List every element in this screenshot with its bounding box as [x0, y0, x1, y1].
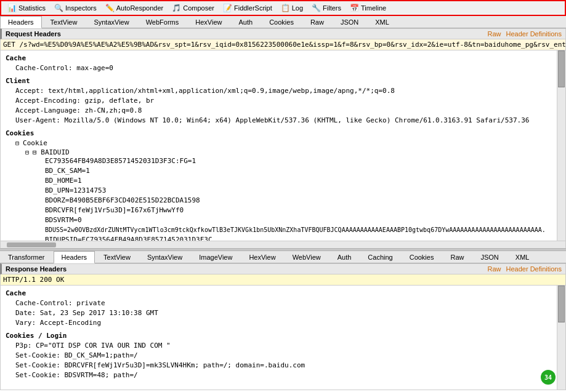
response-cookies-login-label: Cookies / Login: [6, 332, 560, 340]
fiddlerscript-icon: 📝: [223, 4, 232, 12]
response-tab-auth[interactable]: Auth: [329, 251, 360, 263]
toolbar-inspectors-label: Inspectors: [65, 4, 97, 12]
request-tab-hexview[interactable]: HexView: [187, 16, 230, 28]
response-header-links: Raw Header Definitions: [487, 265, 562, 273]
response-tab-syntaxview[interactable]: SyntaxView: [139, 251, 190, 263]
request-url-bar: GET /s?wd=%E5%D0%9A%E5%AE%A2%E5%9B%AD&rs…: [0, 39, 566, 50]
response-raw-link[interactable]: Raw: [487, 265, 501, 273]
composer-icon: 🎵: [172, 4, 181, 12]
toolbar-filters[interactable]: 🔧 Filters: [308, 2, 345, 14]
toolbar-autoresponder-label: AutoResponder: [116, 4, 163, 12]
bdrcvfr: BDRCVFR[feWj1Vr5u3D]=I67x6TjHwwYf0: [6, 206, 560, 215]
main-toolbar: 📊 Statistics 🔍 Inspectors ✏️ AutoRespond…: [0, 0, 566, 16]
toolbar-statistics[interactable]: 📊 Statistics: [4, 2, 49, 14]
toolbar-inspectors[interactable]: 🔍 Inspectors: [51, 2, 100, 14]
toolbar-log[interactable]: 📋 Log: [277, 2, 307, 14]
request-cookies-section-label: Cookies: [6, 129, 560, 137]
toolbar-composer-label: Composer: [183, 4, 214, 12]
baiduid-value: EC793564FB49A8D3E8571452031D3F3C:FG=1: [6, 156, 560, 166]
request-tab-headers[interactable]: Headers: [0, 16, 42, 28]
response-header-definitions-link[interactable]: Header Definitions: [506, 265, 562, 273]
bd-upn: BD_UPN=12314753: [6, 186, 560, 196]
toolbar-autoresponder[interactable]: ✏️ AutoResponder: [102, 2, 167, 14]
toolbar-timeline-label: Timeline: [361, 4, 386, 12]
resp-vary: Vary: Accept-Encoding: [6, 318, 560, 328]
request-header-definitions-link[interactable]: Header Definitions: [506, 30, 562, 38]
response-tab-caching[interactable]: Caching: [360, 251, 400, 263]
bd-home: BD_HOME=1: [6, 176, 560, 186]
response-tab-json[interactable]: JSON: [472, 251, 506, 263]
statistics-icon: 📊: [7, 4, 17, 12]
request-scrollbar[interactable]: [557, 50, 565, 241]
bidupsid: BIDUPSID=EC793564FB49A8D3E8571452031D3F3…: [6, 235, 560, 241]
user-agent-item: User-Agent: Mozilla/5.0 (Windows NT 10.0…: [6, 116, 560, 126]
response-headers-title: Response Headers: [6, 265, 67, 273]
resp-p3p: P3p: CP="OTI DSP COR IVA OUR IND COM ": [6, 341, 560, 351]
request-hscroll-thumb[interactable]: [7, 242, 56, 247]
cache-control-item: Cache-Control: max-age=0: [6, 63, 560, 73]
accept-encoding-item: Accept-Encoding: gzip, deflate, br: [6, 96, 560, 106]
response-tab-imageview[interactable]: ImageView: [191, 251, 240, 263]
bd-ck-sam: BD_CK_SAM=1: [6, 166, 560, 176]
response-scrollbar-thumb[interactable]: [558, 286, 565, 322]
request-headers-section-header: Request Headers Raw Header Definitions: [0, 28, 566, 39]
resp-set-cookie-ck-sam: Set-Cookie: BD_CK_SAM=1;path=/: [6, 351, 560, 361]
response-tab-xml[interactable]: XML: [507, 251, 538, 263]
client-section-label: Client: [6, 77, 560, 85]
toolbar-log-label: Log: [292, 4, 303, 12]
autoresponder-icon: ✏️: [105, 4, 115, 12]
response-headers-section-header: Response Headers Raw Header Definitions: [0, 263, 566, 274]
badge-count: 34: [541, 370, 556, 385]
response-tab-bar: TransformerHeadersTextViewSyntaxViewImag…: [0, 251, 566, 263]
cache-section-label: Cache: [6, 54, 560, 62]
baiduid-toggle[interactable]: ⊟ BAIDUID: [6, 148, 560, 156]
timeline-icon: 📅: [350, 4, 359, 12]
filters-icon: 🔧: [312, 4, 321, 12]
request-tab-json[interactable]: JSON: [333, 16, 366, 28]
request-tab-bar: HeadersTextViewSyntaxViewWebFormsHexView…: [0, 16, 566, 28]
request-tab-raw[interactable]: Raw: [302, 16, 332, 28]
accept-language-item: Accept-Language: zh-CN,zh;q=0.8: [6, 106, 560, 116]
bdorz: BDORZ=B490B5EBF6F3CD402E515D22BCDA1598: [6, 196, 560, 206]
response-scrollbar[interactable]: [557, 286, 565, 390]
response-tab-textview[interactable]: TextView: [95, 251, 139, 263]
response-tab-hexview[interactable]: HexView: [241, 251, 283, 263]
request-headers-title: Request Headers: [6, 30, 61, 38]
bduss: BDUSS=2w0OVBzdXdrZUNtMTVycm1WTlo3cm9tckQ…: [6, 225, 560, 235]
response-tab-cookies[interactable]: Cookies: [402, 251, 442, 263]
response-tab-headers[interactable]: Headers: [54, 251, 95, 263]
request-tab-textview[interactable]: TextView: [42, 16, 86, 28]
toolbar-filters-label: Filters: [323, 4, 341, 12]
response-tab-transformer[interactable]: Transformer: [0, 251, 53, 263]
request-header-links: Raw Header Definitions: [487, 30, 562, 38]
toolbar-statistics-label: Statistics: [18, 4, 46, 12]
response-tab-raw[interactable]: Raw: [442, 251, 472, 263]
request-tab-syntaxview[interactable]: SyntaxView: [86, 16, 137, 28]
response-tab-webview[interactable]: WebView: [285, 251, 329, 263]
resp-set-cookie-bdsvrtm: Set-Cookie: BDSVRTM=48; path=/: [6, 370, 560, 380]
resp-set-cookie-bdrcvfr: Set-Cookie: BDRCVFR[feWj1Vr5u3D]=mk3SLVN…: [6, 361, 560, 370]
request-tab-webforms[interactable]: WebForms: [138, 16, 187, 28]
request-tab-xml[interactable]: XML: [367, 16, 397, 28]
resp-date: Date: Sat, 23 Sep 2017 13:10:38 GMT: [6, 308, 560, 318]
response-content-area: Cache Cache-Control: private Date: Sat, …: [0, 286, 566, 390]
accept-item: Accept: text/html,application/xhtml+xml,…: [6, 86, 560, 96]
inspectors-icon: 🔍: [54, 4, 63, 12]
response-cache-label: Cache: [6, 289, 560, 297]
request-hscroll[interactable]: [0, 241, 566, 249]
bdsvrtm: BDSVRTM=0: [6, 215, 560, 225]
toolbar-fiddlerscript[interactable]: 📝 FiddlerScript: [219, 2, 276, 14]
response-status-line: HTTP/1.1 200 OK: [0, 274, 566, 286]
toolbar-composer[interactable]: 🎵 Composer: [168, 2, 218, 14]
cookie-toggle[interactable]: Cookie: [6, 138, 560, 148]
request-content-area: Cache Cache-Control: max-age=0 Client Ac…: [0, 50, 566, 241]
request-scrollbar-thumb[interactable]: [558, 50, 565, 87]
request-tab-auth[interactable]: Auth: [231, 16, 261, 28]
request-tab-cookies[interactable]: Cookies: [261, 16, 302, 28]
toolbar-fiddlerscript-label: FiddlerScript: [234, 4, 272, 12]
log-icon: 📋: [281, 4, 290, 12]
request-raw-link[interactable]: Raw: [487, 30, 501, 38]
toolbar-timeline[interactable]: 📅 Timeline: [346, 2, 390, 14]
resp-cache-control: Cache-Control: private: [6, 298, 560, 308]
